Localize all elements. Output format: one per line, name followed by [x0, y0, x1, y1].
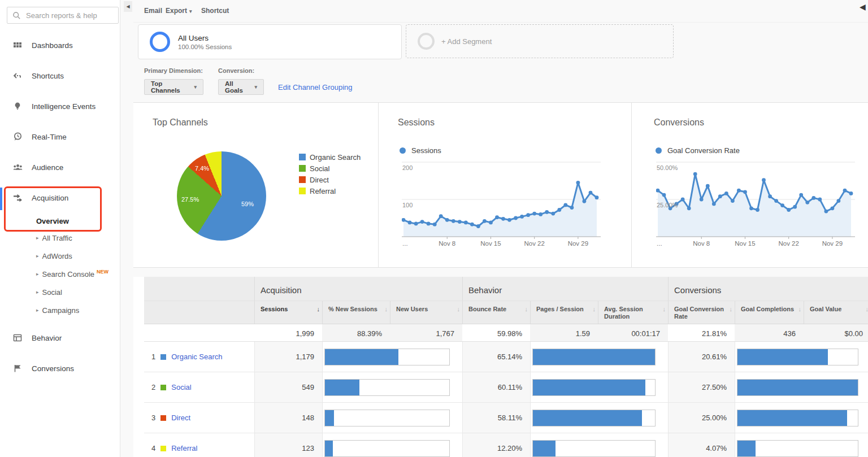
sidebar-item-audience[interactable]: Audience [0, 152, 120, 182]
column-header-goal-completions[interactable]: Goal Completions↓ [735, 301, 804, 324]
column-header-goal-value[interactable]: Goal Value↓ [804, 301, 868, 324]
bulb-icon [12, 101, 24, 111]
pie-slice-label: 7.4% [195, 165, 209, 172]
goal-rate-value: 20.61% [668, 342, 735, 372]
svg-text:100: 100 [402, 202, 413, 208]
legend-item[interactable]: Referral [299, 185, 361, 197]
email-button[interactable]: Email [144, 7, 162, 15]
sidebar-item-intelligence-events[interactable]: Intelligence Events [0, 91, 120, 121]
goal-rate-bar-cell [735, 372, 868, 403]
segment-donut-icon [150, 32, 170, 52]
bounce-rate-bar [532, 440, 656, 457]
column-header-bounce-rate[interactable]: Bounce Rate↓ [462, 301, 530, 324]
sessions-value: 123 [254, 433, 322, 457]
sessions-bar [324, 440, 450, 457]
table-row-channel-cell: 3 Direct [144, 403, 254, 433]
channel-color-swatch [160, 385, 166, 390]
channel-link[interactable]: Direct [171, 414, 190, 422]
sidebar-item-search-console[interactable]: ▸Search ConsoleNEW [0, 265, 120, 283]
sessions-value: 1,179 [254, 342, 322, 372]
dashboards-icon [12, 40, 24, 50]
sidebar-item-dashboards[interactable]: Dashboards [0, 30, 120, 60]
channel-link[interactable]: Referral [171, 444, 197, 452]
series-dot-icon [656, 147, 662, 154]
add-segment-label: + Add Segment [441, 37, 492, 46]
goal-rate-bar-cell [735, 403, 868, 433]
sort-icon: ↓ [385, 306, 388, 313]
bounce-rate-value: 65.14% [462, 342, 530, 372]
sidebar-item-overview[interactable]: Overview [0, 213, 120, 229]
legend-item[interactable]: Direct [299, 174, 361, 185]
bounce-rate-bar-cell [530, 372, 668, 403]
legend-item[interactable]: Organic Search [299, 151, 361, 163]
channels-table: Acquisition Behavior Conversions Session… [144, 277, 868, 457]
totals-bounce-rate: 59.98% [462, 324, 530, 342]
channel-link[interactable]: Social [171, 383, 191, 391]
top-channels-pie-chart[interactable]: 59% 27.5% 7.4% [177, 151, 266, 241]
sort-icon: ↓ [457, 306, 461, 313]
shortcuts-icon [12, 71, 24, 81]
column-header-sessions[interactable]: Sessions↓ [254, 301, 322, 324]
column-header-goal-rate[interactable]: Goal Conversion Rate↓ [668, 301, 735, 324]
svg-text:Nov 29: Nov 29 [822, 240, 843, 247]
group-header-conversions: Conversions [668, 277, 868, 301]
add-segment-button[interactable]: + Add Segment [406, 24, 674, 58]
bounce-rate-bar [532, 349, 656, 365]
sidebar-item-campaigns[interactable]: ▸Campaigns [0, 301, 120, 319]
legend-swatch [299, 165, 306, 172]
edit-channel-grouping-link[interactable]: Edit Channel Grouping [278, 83, 353, 92]
bounce-rate-bar [532, 379, 656, 396]
search-input[interactable] [25, 11, 112, 20]
sidebar-item-social[interactable]: ▸Social [0, 283, 120, 301]
sessions-line-chart[interactable]: ...Nov 8Nov 15Nov 22Nov 29200100 [402, 156, 601, 250]
sidebar-item-adwords[interactable]: ▸AdWords [0, 247, 120, 265]
goal-rate-bar-cell [735, 342, 868, 372]
chevron-down-icon: ▾ [254, 84, 257, 90]
column-header-new-sessions[interactable]: % New Sessions↓ [322, 301, 390, 324]
channel-link[interactable]: Organic Search [171, 352, 222, 361]
group-header-behavior: Behavior [462, 277, 668, 301]
svg-text:...: ... [402, 240, 408, 247]
sidebar-item-conversions[interactable]: Conversions [0, 353, 120, 384]
collapse-left-icon: ◀ [126, 4, 129, 9]
channel-color-swatch [160, 354, 166, 360]
new-badge: NEW [97, 269, 108, 275]
export-button[interactable]: Export▾ [166, 7, 192, 15]
totals-dimension-cell [144, 324, 254, 342]
sort-icon: ↓ [593, 306, 596, 313]
goal-rate-bar [737, 349, 858, 365]
bounce-rate-value: 12.20% [462, 433, 530, 457]
column-header-pages-session[interactable]: Pages / Session↓ [530, 301, 598, 324]
sessions-value: 549 [254, 372, 322, 403]
expand-arrow-icon: ▸ [36, 253, 39, 259]
totals-new-users: 1,767 [390, 324, 462, 342]
sidebar-item-behavior[interactable]: Behavior [0, 323, 120, 353]
conversions-title: Conversions [654, 117, 704, 128]
expand-arrow-icon: ▸ [36, 271, 39, 277]
sidebar-item-real-time[interactable]: Real-Time [0, 121, 120, 152]
sidebar-item-acquisition[interactable]: Acquisition [0, 182, 120, 213]
primary-dimension-dropdown[interactable]: Top Channels▾ [144, 79, 203, 95]
column-header-new-users[interactable]: New Users↓ [390, 301, 462, 324]
legend-item[interactable]: Social [299, 163, 361, 174]
sessions-section: Sessions Sessions ...Nov 8Nov 15Nov 22No… [379, 103, 632, 267]
sessions-legend: Sessions [400, 146, 441, 155]
sessions-value: 148 [254, 403, 322, 433]
sidebar-collapse-button[interactable]: ◀ [124, 1, 132, 12]
column-header-avg-duration[interactable]: Avg. Session Duration↓ [598, 301, 668, 324]
sidebar-item-all-traffic[interactable]: ▸All Traffic [0, 229, 120, 247]
column-header-dimension [144, 301, 254, 324]
conversions-line-chart[interactable]: ...Nov 8Nov 15Nov 22Nov 2950.00%25.00% [656, 156, 855, 250]
row-rank: 2 [151, 383, 155, 391]
sidebar-item-shortcuts[interactable]: Shortcuts [0, 60, 120, 91]
goal-rate-value: 27.50% [668, 372, 735, 403]
totals-avg-duration: 00:01:17 [598, 324, 668, 342]
expand-arrow-icon: ▸ [36, 289, 39, 295]
conversion-dropdown[interactable]: All Goals▾ [218, 79, 264, 95]
shortcut-button[interactable]: Shortcut [201, 7, 229, 15]
svg-text:Nov 15: Nov 15 [480, 240, 501, 247]
search-box[interactable] [7, 7, 119, 24]
sidebar-nav: DashboardsShortcutsIntelligence EventsRe… [0, 30, 120, 384]
segment-all-users[interactable]: All Users 100.00% Sessions [138, 24, 402, 59]
goal-rate-bar-cell [735, 433, 868, 457]
